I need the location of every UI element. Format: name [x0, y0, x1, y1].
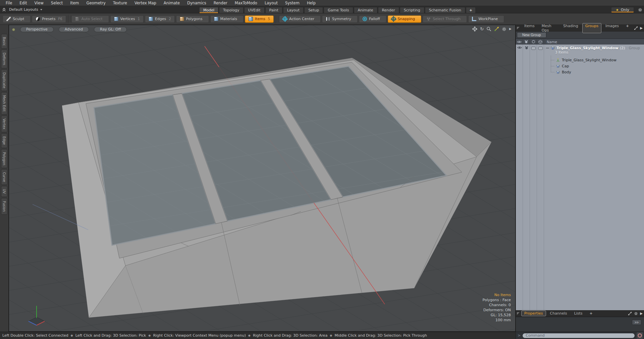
layout-tab[interactable]: UVEdit [244, 7, 265, 13]
panel-gear-icon[interactable] [634, 312, 638, 316]
rotate-view-icon[interactable]: ↻ [480, 26, 484, 31]
menu-item[interactable]: Item [66, 0, 83, 6]
gear-icon[interactable] [638, 8, 642, 12]
group-child-row[interactable]: Cap [551, 63, 644, 69]
tool-palette-tab[interactable]: Mesh Edit [1, 92, 7, 115]
command-input[interactable] [522, 333, 635, 338]
viewport-settings-gear-icon[interactable] [502, 27, 506, 31]
layout-tab[interactable]: Scripting [400, 7, 424, 13]
tool-palette-tab[interactable]: Vertex [1, 116, 7, 132]
tool-palette-tab[interactable]: Polygon [1, 149, 7, 168]
tool-palette-tab[interactable]: Basic [1, 34, 7, 49]
layout-tab[interactable]: Topology [219, 7, 244, 13]
viewport-canvas[interactable] [9, 25, 516, 332]
toolbar-button[interactable]: Presets F6 [32, 15, 66, 23]
item-list-tab[interactable]: Images [602, 23, 622, 33]
menu-item[interactable]: Select [47, 0, 66, 6]
pan-icon[interactable] [472, 26, 477, 31]
toolbar-button[interactable]: Falloff [359, 15, 386, 23]
tool-palette-tab[interactable]: Fusion [1, 198, 7, 215]
group-toggle-checkbox[interactable] [538, 47, 543, 50]
menu-item[interactable]: Help [303, 0, 319, 6]
toolbar-button[interactable]: Snapping [388, 15, 422, 23]
panel-corner-icon[interactable] [517, 312, 520, 315]
menu-item[interactable]: Texture [109, 0, 131, 6]
new-group-button[interactable]: New Group [517, 32, 546, 38]
item-list-tab[interactable]: + [623, 23, 632, 33]
shading-mode-button[interactable]: Advanced [59, 27, 89, 32]
menu-item[interactable]: Vertex Map [131, 0, 160, 6]
item-list-tab[interactable]: Mesh Ops [539, 23, 559, 33]
expand-panel-icon[interactable] [628, 312, 632, 316]
item-list-tab[interactable]: Items [521, 23, 538, 33]
maximize-viewport-icon[interactable] [494, 26, 499, 31]
toolbar-button[interactable]: Action Center [279, 15, 321, 23]
menu-item[interactable]: File [2, 0, 16, 6]
toolbar-button[interactable]: Materials [210, 15, 244, 23]
group-child-row[interactable]: Body [551, 69, 644, 75]
zoom-icon[interactable] [486, 26, 491, 31]
menu-item[interactable]: Layout [261, 0, 281, 6]
tool-palette-tab[interactable]: Curve [1, 169, 7, 185]
show-more-button[interactable]: >> [632, 320, 641, 325]
toolbar-button[interactable]: Vertices 1 [110, 15, 144, 23]
visibility-eye-icon[interactable] [517, 40, 522, 44]
item-type-cube-icon[interactable] [538, 40, 542, 44]
eye-icon[interactable] [517, 46, 522, 49]
raygl-button[interactable]: Ray GL: Off [94, 27, 127, 32]
menu-item[interactable]: View [31, 0, 47, 6]
filter-circle-icon[interactable] [532, 40, 535, 44]
panel-corner-icon[interactable] [517, 27, 520, 29]
layout-tab[interactable]: Paint [265, 7, 282, 13]
render-visibility-icon[interactable] [525, 46, 529, 50]
menu-item[interactable]: System [281, 0, 303, 6]
toolbar-button[interactable]: Polygons [176, 15, 209, 23]
toolbar-button[interactable]: Select Through [423, 15, 467, 23]
menu-item[interactable]: MaxToModo [231, 0, 261, 6]
tool-palette-tab[interactable]: UV [1, 186, 7, 197]
menu-item[interactable]: Animate [160, 0, 183, 6]
menu-item[interactable]: Edit [16, 0, 31, 6]
item-list-tab[interactable]: Shading [560, 23, 581, 33]
expand-panel-icon[interactable] [634, 26, 638, 30]
panel-more-arrow-icon[interactable]: ▶ [640, 26, 643, 30]
menu-item[interactable]: Geometry [83, 0, 109, 6]
viewport-menu-dot-icon[interactable] [12, 28, 15, 31]
render-visibility-icon[interactable] [524, 40, 528, 44]
panel-more-arrow-icon[interactable]: ▶ [640, 312, 643, 315]
collapse-icon[interactable] [546, 48, 549, 48]
toolbar-button[interactable]: Sculpt [3, 15, 31, 23]
macro-record-button[interactable] [637, 332, 643, 339]
layout-tab[interactable]: Game Tools [324, 7, 353, 13]
toolbar-button[interactable]: Auto Select [71, 15, 109, 23]
layout-tab[interactable]: Render [378, 7, 399, 13]
toolbar-button[interactable]: Items 5 [245, 15, 274, 23]
group-row[interactable]: Triple_Glass_Skylight_Window (2) : Group… [516, 46, 644, 57]
tool-palette-tab[interactable]: Edge [1, 133, 7, 148]
layout-tab[interactable]: Animate [354, 7, 377, 13]
only-button[interactable]: ★ Only [611, 7, 634, 13]
properties-tab[interactable]: Properties [521, 311, 546, 316]
item-list-tab[interactable]: Groups [582, 23, 601, 33]
layout-tab[interactable]: Schematic Fusion [425, 7, 465, 13]
toolbar-button[interactable]: WorkPlane [468, 15, 504, 23]
layout-tab[interactable]: + [466, 7, 476, 13]
pin-layout-icon[interactable] [2, 8, 6, 12]
tool-palette-tab[interactable]: Deform [1, 50, 7, 68]
properties-tab[interactable]: + [586, 311, 595, 316]
layout-tab[interactable]: Layout [283, 7, 304, 13]
group-child-row[interactable]: Triple_Glass_Skylight_Window [551, 57, 644, 63]
layout-tab[interactable]: Setup [304, 7, 323, 13]
camera-mode-button[interactable]: Perspective [20, 27, 54, 32]
menu-item[interactable]: Dynamics [183, 0, 210, 6]
toolbar-button[interactable]: Symmetry [322, 15, 358, 23]
layout-switcher[interactable]: Default Layouts [9, 7, 42, 12]
viewport-expand-arrow-icon[interactable]: ▶ [509, 26, 512, 31]
tool-palette-tab[interactable]: Duplicate [1, 69, 7, 91]
group-toggle-checkbox[interactable] [531, 47, 536, 50]
layout-tab[interactable]: Model [199, 7, 218, 13]
toolbar-button[interactable]: Edges 2 [145, 15, 175, 23]
properties-tab[interactable]: Channels [547, 311, 570, 316]
properties-tab[interactable]: Lists [571, 311, 586, 316]
menu-item[interactable]: Render [210, 0, 231, 6]
